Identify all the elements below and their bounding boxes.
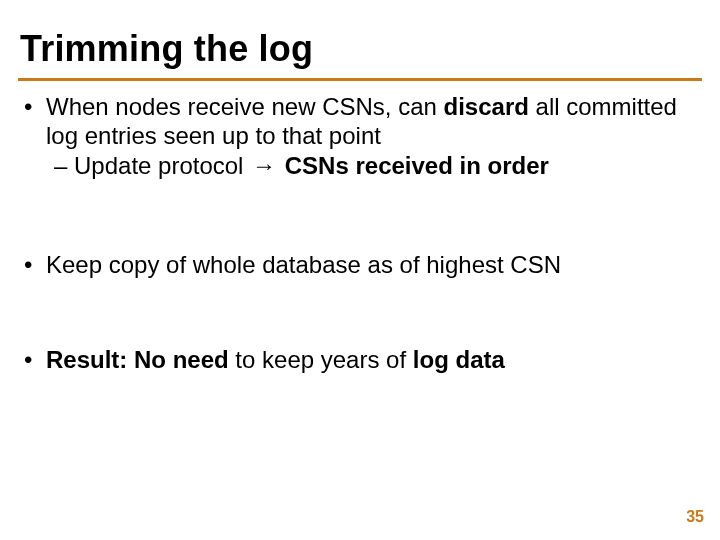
- bullet-1-sub-bold: CSNs received in order: [278, 152, 549, 179]
- bullet-1-sub: Update protocol → CSNs received in order: [20, 151, 690, 180]
- spacer: [20, 279, 690, 345]
- arrow-icon: →: [250, 151, 278, 180]
- bullet-3: Result: No need to keep years of log dat…: [20, 345, 690, 374]
- page-number: 35: [686, 508, 704, 526]
- bullet-1: When nodes receive new CSNs, can discard…: [20, 92, 690, 151]
- bullet-1-text-pre: When nodes receive new CSNs, can: [46, 93, 444, 120]
- bullet-3-bold1: Result:: [46, 346, 127, 373]
- bullet-1-sub-pre: Update protocol: [74, 152, 250, 179]
- bullet-1-bold: discard: [444, 93, 529, 120]
- content-area: When nodes receive new CSNs, can discard…: [20, 92, 690, 374]
- bullet-3-bold3: log data: [413, 346, 505, 373]
- bullet-2: Keep copy of whole database as of highes…: [20, 250, 690, 279]
- bullet-3-mid2: to keep years of: [229, 346, 413, 373]
- bullet-3-mid1: [127, 346, 134, 373]
- bullet-2-text: Keep copy of whole database as of highes…: [46, 251, 561, 278]
- slide: Trimming the log When nodes receive new …: [0, 0, 720, 540]
- slide-title: Trimming the log: [20, 28, 313, 70]
- bullet-3-bold2: No need: [134, 346, 229, 373]
- title-rule: [18, 78, 702, 81]
- spacer: [20, 180, 690, 250]
